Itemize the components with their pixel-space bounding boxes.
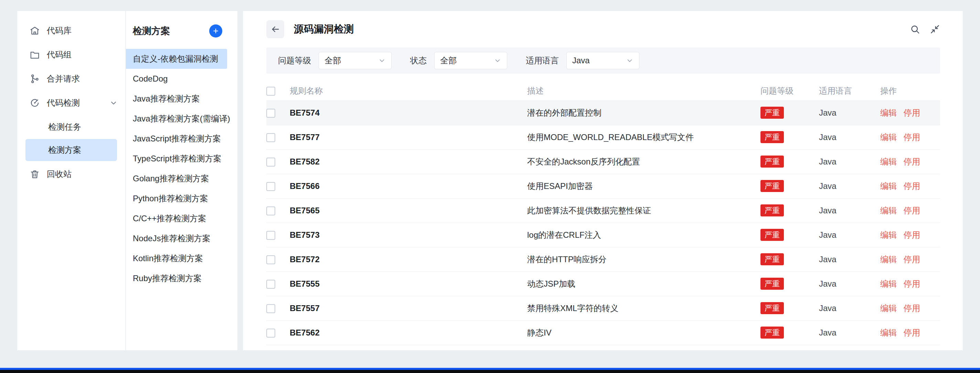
repo-icon: [30, 26, 40, 36]
scheme-item[interactable]: 自定义-依赖包漏洞检测: [126, 49, 227, 69]
table-row[interactable]: BE7573 log的潜在CRLF注入 严重 Java 编辑停用: [266, 223, 940, 247]
row-checkbox[interactable]: [266, 158, 275, 167]
rule-language: Java: [819, 198, 880, 223]
select-all-checkbox[interactable]: [266, 87, 275, 96]
select-value: Java: [572, 56, 626, 65]
status-select[interactable]: 全部: [434, 52, 507, 69]
severity-badge: 严重: [760, 107, 784, 119]
edit-link[interactable]: 编辑: [880, 303, 897, 313]
row-checkbox[interactable]: [266, 231, 275, 240]
scheme-item-label: NodeJs推荐检测方案: [133, 233, 210, 244]
search-icon[interactable]: [910, 24, 920, 34]
scheme-item[interactable]: TypeScript推荐检测方案: [126, 149, 227, 169]
app-window: 代码库 代码组 合并请求 代码检测: [17, 11, 963, 350]
table-row[interactable]: BE7574 潜在的外部配置控制 严重 Java 编辑停用: [266, 100, 940, 125]
plus-icon: [212, 27, 219, 34]
disable-link[interactable]: 停用: [904, 181, 920, 191]
rule-desc: 潜在的外部配置控制: [527, 100, 760, 125]
table-row[interactable]: BE7555 动态JSP加载 严重 Java 编辑停用: [266, 271, 940, 296]
folder-icon: [30, 49, 40, 60]
row-checkbox[interactable]: [266, 182, 275, 191]
scheme-item-label: Java推荐检测方案(需编译): [133, 113, 230, 124]
row-checkbox[interactable]: [266, 280, 275, 289]
edit-link[interactable]: 编辑: [880, 108, 897, 117]
scheme-item[interactable]: C/C++推荐检测方案: [126, 209, 227, 228]
column-header-language: 适用语言: [819, 81, 880, 100]
sidebar-item-label: 代码库: [47, 25, 72, 36]
row-checkbox[interactable]: [266, 255, 275, 264]
language-select[interactable]: Java: [566, 52, 640, 69]
table-row[interactable]: BE7582 不安全的Jackson反序列化配置 严重 Java 编辑停用: [266, 149, 940, 174]
chevron-down-icon: [110, 99, 118, 107]
sidebar-item-label: 检测方案: [48, 145, 81, 156]
edit-link[interactable]: 编辑: [880, 279, 897, 289]
disable-link[interactable]: 停用: [904, 303, 920, 313]
add-scheme-button[interactable]: [209, 24, 222, 38]
header-icons: [910, 24, 940, 34]
scheme-item[interactable]: Java推荐检测方案: [126, 89, 227, 109]
severity-badge: 严重: [760, 131, 784, 143]
row-checkbox[interactable]: [266, 109, 275, 118]
disable-link[interactable]: 停用: [904, 132, 920, 142]
disable-link[interactable]: 停用: [904, 328, 920, 337]
scheme-item[interactable]: NodeJs推荐检测方案: [126, 228, 227, 249]
severity-badge: 严重: [760, 278, 784, 290]
row-checkbox[interactable]: [266, 133, 275, 142]
scheme-item[interactable]: Ruby推荐检测方案: [126, 268, 227, 289]
disable-link[interactable]: 停用: [904, 279, 920, 289]
rule-language: Java: [819, 149, 880, 174]
filter-severity: 问题等级 全部: [278, 52, 391, 69]
sidebar-item-repos[interactable]: 代码库: [17, 19, 125, 43]
table-row[interactable]: BE7562 静态IV 严重 Java 编辑停用: [266, 320, 940, 345]
edit-link[interactable]: 编辑: [880, 132, 897, 142]
sidebar-item-merge-requests[interactable]: 合并请求: [17, 67, 125, 91]
sidebar-item-code-scan[interactable]: 代码检测: [17, 91, 125, 115]
column-header-name: 规则名称: [290, 81, 527, 100]
row-checkbox[interactable]: [266, 328, 275, 338]
disable-link[interactable]: 停用: [904, 230, 920, 239]
scheme-item[interactable]: Python推荐检测方案: [126, 188, 227, 209]
sidebar-item-scan-tasks[interactable]: 检测任务: [25, 116, 117, 138]
scheme-item[interactable]: Golang推荐检测方案: [126, 169, 227, 188]
table-row[interactable]: BE7566 使用ESAPI加密器 严重 Java 编辑停用: [266, 174, 940, 198]
edit-link[interactable]: 编辑: [880, 328, 897, 337]
row-checkbox[interactable]: [266, 304, 275, 313]
disable-link[interactable]: 停用: [904, 108, 920, 117]
scheme-item[interactable]: Java推荐检测方案(需编译): [126, 109, 227, 129]
disable-link[interactable]: 停用: [904, 206, 920, 215]
sidebar-item-scan-schemes[interactable]: 检测方案: [25, 139, 117, 161]
rule-desc: 使用ESAPI加密器: [527, 174, 760, 198]
disable-link[interactable]: 停用: [904, 255, 920, 264]
scheme-item[interactable]: CodeDog: [126, 69, 227, 89]
scheme-item[interactable]: JavaScript推荐检测方案: [126, 129, 227, 149]
edit-link[interactable]: 编辑: [880, 181, 897, 191]
scheme-item-label: CodeDog: [133, 74, 167, 84]
sidebar-item-recycle-bin[interactable]: 回收站: [17, 162, 125, 186]
table-row[interactable]: BE7565 此加密算法不提供数据完整性保证 严重 Java 编辑停用: [266, 198, 940, 223]
table-row[interactable]: BE7572 潜在的HTTP响应拆分 严重 Java 编辑停用: [266, 247, 940, 271]
rule-name: BE7565: [290, 198, 527, 223]
scheme-item[interactable]: Kotlin推荐检测方案: [126, 249, 227, 268]
back-button[interactable]: [266, 20, 284, 38]
scheme-panel-title: 检测方案: [133, 25, 170, 37]
table-header-row: 规则名称 描述 问题等级 适用语言 操作: [266, 81, 940, 100]
table-row[interactable]: BE7577 使用MODE_WORLD_READABLE模式写文件 严重 Jav…: [266, 125, 940, 149]
chevron-down-icon: [494, 57, 501, 64]
disable-link[interactable]: 停用: [904, 157, 920, 166]
sidebar-item-label: 回收站: [47, 169, 72, 180]
scheme-item-label: 自定义-依赖包漏洞检测: [133, 53, 218, 64]
severity-select[interactable]: 全部: [319, 52, 391, 69]
edit-link[interactable]: 编辑: [880, 230, 897, 239]
page: 代码库 代码组 合并请求 代码检测: [0, 0, 980, 373]
rule-desc: 使用MODE_WORLD_READABLE模式写文件: [527, 125, 760, 149]
column-header-severity: 问题等级: [760, 81, 819, 100]
rule-desc: 动态JSP加载: [527, 271, 760, 296]
edit-link[interactable]: 编辑: [880, 255, 897, 264]
edit-link[interactable]: 编辑: [880, 157, 897, 166]
collapse-icon[interactable]: [930, 24, 940, 34]
scheme-item-label: Java推荐检测方案: [133, 93, 200, 104]
table-row[interactable]: BE7557 禁用特殊XML字符的转义 严重 Java 编辑停用: [266, 296, 940, 320]
edit-link[interactable]: 编辑: [880, 206, 897, 215]
sidebar-item-groups[interactable]: 代码组: [17, 43, 125, 67]
row-checkbox[interactable]: [266, 206, 275, 215]
